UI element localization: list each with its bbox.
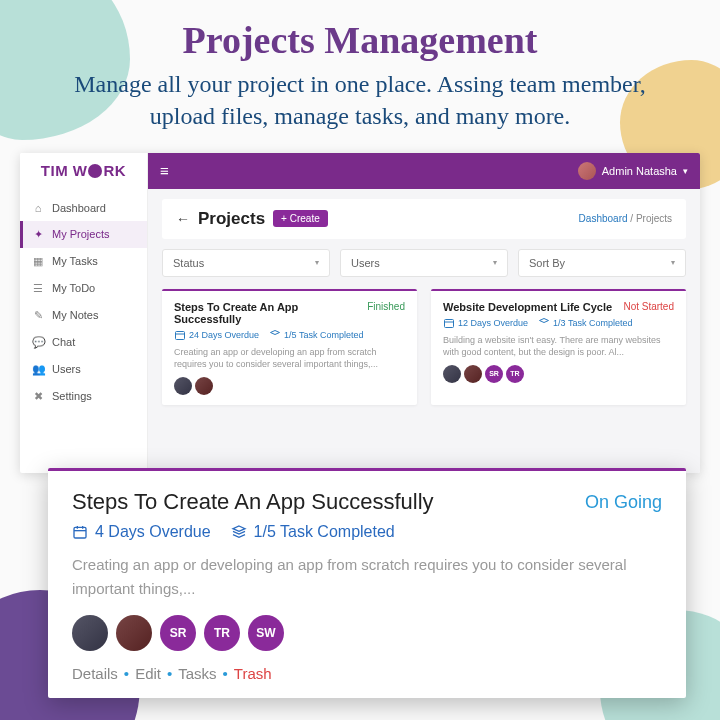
logo-post: RK [103,162,126,179]
avatar [443,365,461,383]
sidebar-item-label: Settings [52,390,92,402]
svg-rect-4 [74,527,86,538]
card-desc: Building a website isn't easy. There are… [443,334,674,359]
calendar-icon [443,317,455,329]
overlay-actions: Details•Edit•Tasks•Trash [72,665,662,682]
edit-link[interactable]: Edit [135,665,161,682]
project-card[interactable]: Steps To Create An App SuccessfullyFinis… [162,289,417,405]
tasks-link[interactable]: Tasks [178,665,216,682]
app-window: TIM WRK ≡ Admin Natasha ▾ ⌂Dashboard✦My … [20,153,700,473]
card-desc: Creating an app or developing an app fro… [174,346,405,371]
avatar: SR [160,615,196,651]
stack-icon [538,317,550,329]
page-title: Projects [198,209,265,229]
sidebar-item-chat[interactable]: 💬Chat [20,329,147,356]
sidebar-item-label: Chat [52,336,75,348]
sort-filter[interactable]: Sort By▾ [518,249,686,277]
avatar [72,615,108,651]
logo-star-icon [88,164,102,178]
sidebar-item-my-todo[interactable]: ☰My ToDo [20,275,147,302]
notes-icon: ✎ [32,309,44,322]
card-title: Steps To Create An App Successfully [174,301,367,325]
sidebar-item-label: My Notes [52,309,98,321]
avatar [464,365,482,383]
chevron-down-icon: ▾ [683,166,688,176]
breadcrumb: Dashboard / Projects [579,213,672,224]
chevron-down-icon: ▾ [671,258,675,267]
avatar [195,377,213,395]
sidebar-item-label: My Projects [52,228,109,240]
users-filter[interactable]: Users▾ [340,249,508,277]
home-icon: ⌂ [32,202,44,214]
svg-rect-2 [445,319,454,327]
sidebar-item-users[interactable]: 👥Users [20,356,147,383]
hero-section: Projects Management Manage all your proj… [0,0,720,143]
settings-icon: ✖ [32,390,44,403]
details-link[interactable]: Details [72,665,118,682]
topbar: TIM WRK ≡ Admin Natasha ▾ [20,153,700,189]
logo-pre: TIM W [41,162,88,179]
project-card-overlay: Steps To Create An App Successfully On G… [48,468,686,698]
calendar-icon [174,329,186,341]
stack-icon [231,524,247,540]
hamburger-icon[interactable]: ≡ [160,162,169,179]
user-menu[interactable]: Admin Natasha ▾ [578,162,688,180]
stack-icon [269,329,281,341]
overlay-status: On Going [585,492,662,513]
breadcrumb-root[interactable]: Dashboard [579,213,628,224]
card-status: Finished [367,301,405,312]
users-icon: 👥 [32,363,44,376]
chevron-down-icon: ▾ [315,258,319,267]
avatar: TR [204,615,240,651]
overlay-meta: 4 Days Overdue 1/5 Task Completed [72,523,662,541]
hero-subtitle: Manage all your project in one place. As… [40,68,680,133]
project-card[interactable]: Website Development Life CycleNot Starte… [431,289,686,405]
main-content: ← Projects + Create Dashboard / Projects… [148,189,700,473]
trash-link[interactable]: Trash [234,665,272,682]
sidebar-item-dashboard[interactable]: ⌂Dashboard [20,195,147,221]
app-logo[interactable]: TIM WRK [20,153,148,189]
overlay-desc: Creating an app or developing an app fro… [72,553,662,601]
create-button[interactable]: + Create [273,210,328,227]
sidebar: ⌂Dashboard✦My Projects▦My Tasks☰My ToDo✎… [20,189,148,473]
avatar [116,615,152,651]
sidebar-item-my-tasks[interactable]: ▦My Tasks [20,248,147,275]
project-cards: Steps To Create An App SuccessfullyFinis… [162,289,686,405]
chevron-down-icon: ▾ [493,258,497,267]
breadcrumb-current: Projects [636,213,672,224]
overlay-title: Steps To Create An App Successfully [72,489,434,515]
card-meta: 24 Days Overdue1/5 Task Completed [174,329,405,341]
todo-icon: ☰ [32,282,44,295]
status-filter[interactable]: Status▾ [162,249,330,277]
avatar: TR [506,365,524,383]
sidebar-item-my-projects[interactable]: ✦My Projects [20,221,147,248]
card-meta: 12 Days Overdue1/3 Task Completed [443,317,674,329]
svg-rect-0 [176,331,185,339]
navbar: ≡ Admin Natasha ▾ [148,153,700,189]
user-label: Admin Natasha [602,165,677,177]
projects-icon: ✦ [32,228,44,241]
card-status: Not Started [623,301,674,312]
card-title: Website Development Life Cycle [443,301,612,313]
tasks-icon: ▦ [32,255,44,268]
back-arrow-icon[interactable]: ← [176,211,190,227]
avatar: SW [248,615,284,651]
calendar-icon [72,524,88,540]
sidebar-item-settings[interactable]: ✖Settings [20,383,147,410]
sidebar-item-my-notes[interactable]: ✎My Notes [20,302,147,329]
sidebar-item-label: Dashboard [52,202,106,214]
chat-icon: 💬 [32,336,44,349]
page-header: ← Projects + Create Dashboard / Projects [162,199,686,239]
filter-row: Status▾ Users▾ Sort By▾ [162,249,686,277]
sidebar-item-label: My Tasks [52,255,98,267]
avatar: SR [485,365,503,383]
card-avatars [174,377,405,395]
sidebar-item-label: My ToDo [52,282,95,294]
sidebar-item-label: Users [52,363,81,375]
avatar-icon [578,162,596,180]
avatar [174,377,192,395]
hero-title: Projects Management [40,18,680,62]
card-avatars: SRTR [443,365,674,383]
overlay-avatars: SRTRSW [72,615,662,651]
